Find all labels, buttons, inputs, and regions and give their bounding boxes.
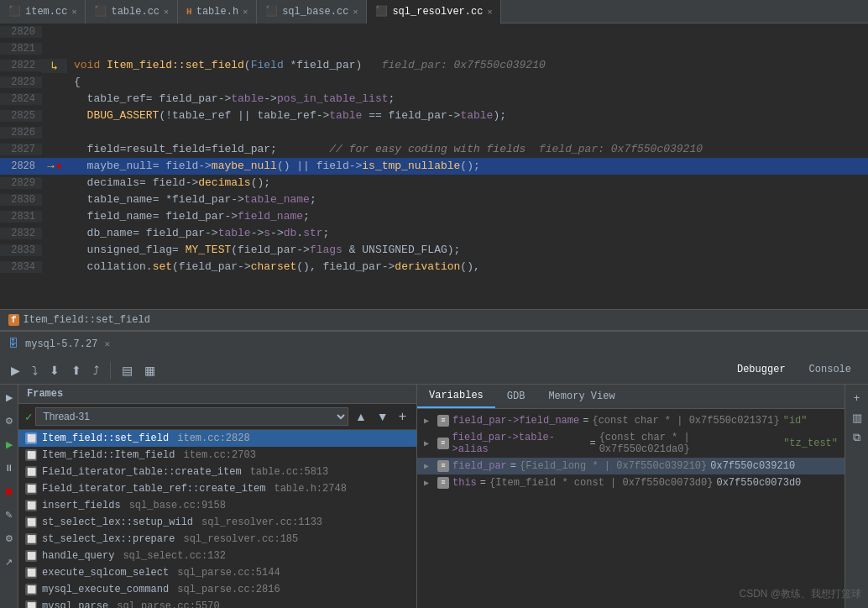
debug-session-close[interactable]: ✕: [104, 338, 110, 349]
tab-debugger[interactable]: Debugger: [727, 360, 796, 380]
frame-list: ⬜ Item_field::set_field item.cc:2828 ⬜ I…: [18, 430, 416, 608]
tab-item-cc[interactable]: ⬛ item.cc ✕: [0, 0, 86, 24]
threads-button[interactable]: ▦: [140, 361, 159, 380]
line-gutter-2822: ↳: [42, 59, 67, 73]
breadcrumb-bar: f Item_field::set_field: [0, 309, 868, 331]
tab-close-sql-resolver-cc[interactable]: ✕: [487, 7, 492, 17]
line-content-2825[interactable]: DBUG_ASSERT(!table_ref || table_ref->tab…: [67, 107, 868, 124]
var-expand-2[interactable]: ▶: [424, 461, 434, 471]
line-content-2832[interactable]: db_name= field_par->table->s->db.str;: [67, 225, 868, 242]
line-num-2820: 2820: [0, 26, 42, 38]
code-line-2829: 2829 decimals= field->decimals();: [0, 175, 868, 191]
tab-close-item-cc[interactable]: ✕: [71, 7, 76, 17]
tab-close-sql-base-cc[interactable]: ✕: [353, 7, 358, 17]
line-content-2834[interactable]: collation.set(field_par->charset(), fiel…: [67, 259, 868, 275]
tab-table-h[interactable]: H table.h ✕: [178, 0, 257, 24]
breadcrumb-icon: f: [8, 314, 19, 326]
stop-side-btn[interactable]: ⏹: [0, 482, 18, 501]
side-btn-copy[interactable]: ⧉: [848, 428, 866, 447]
tab-close-table-h[interactable]: ✕: [243, 7, 248, 17]
line-content-2823[interactable]: {: [67, 74, 868, 91]
frame-item-0[interactable]: ⬜ Item_field::set_field item.cc:2828: [18, 430, 416, 447]
frame-item-10[interactable]: ⬜ mysql_parse sql_parse.cc:5570: [18, 598, 416, 608]
tab-console[interactable]: Console: [799, 360, 861, 380]
tab-sql-resolver-cc[interactable]: ⬛ sql_resolver.cc ✕: [367, 0, 501, 24]
var-type-2: {Field_long * | 0x7f550c039210}: [520, 460, 707, 472]
side-btn-add[interactable]: +: [848, 388, 866, 406]
tab-icon-table-h: H: [186, 7, 192, 17]
line-content-2827[interactable]: field=result_field=field_par; // for eas…: [67, 141, 868, 158]
step-into-button[interactable]: ⬇: [45, 361, 64, 380]
code-line-2828: 2828 → ● maybe_null= field->maybe_null()…: [0, 158, 868, 175]
frame-item-4[interactable]: ⬜ insert_fields sql_base.cc:9158: [18, 497, 416, 514]
frames-panel-header: Frames: [18, 385, 416, 404]
line-num-2832: 2832: [0, 228, 42, 239]
line-content-2830[interactable]: table_name= *field_par->table_name;: [67, 191, 868, 208]
vars-tab-gdb[interactable]: GDB: [495, 385, 537, 407]
var-eq-2: =: [510, 460, 516, 472]
tab-table-cc[interactable]: ⬛ table.cc ✕: [86, 0, 178, 24]
debug-panels: ▶ ⚙ ▶ ⏸ ⏹ ✎ ⚙ ↗ Frames ✓ Thread-31 ▲ ▼ +…: [0, 385, 868, 608]
frame-item-2[interactable]: ⬜ Field_iterator_table::create_item tabl…: [18, 464, 416, 480]
tab-icon-sql-base: ⬛: [265, 5, 278, 18]
line-num-2823: 2823: [0, 76, 42, 88]
debug-session-icon: 🗄: [8, 338, 18, 350]
settings-side-btn[interactable]: ⚙: [0, 529, 18, 548]
code-line-2820: 2820: [0, 24, 868, 40]
breadcrumb-text: Item_field::set_field: [24, 314, 150, 326]
frames-panel: Frames ✓ Thread-31 ▲ ▼ + ⬜ Item_field::s…: [18, 385, 417, 608]
step-over-button[interactable]: ⤵: [28, 361, 42, 380]
line-content-2829[interactable]: decimals= field->decimals();: [67, 175, 868, 191]
tab-sql-base-cc[interactable]: ⬛ sql_base.cc ✕: [257, 0, 367, 24]
frame-item-3[interactable]: ⬜ Field_iterator_table_ref::create_item …: [18, 480, 416, 497]
line-num-2824: 2824: [0, 93, 42, 105]
editor-area: 2820 2821 2822 ↳ void Item_field::set_fi…: [0, 24, 868, 309]
line-content-2828[interactable]: maybe_null= field->maybe_null() || field…: [67, 158, 868, 175]
frame-icon-1: ⬜: [25, 449, 37, 461]
var-type-3: {Item_field * const | 0x7f550c0073d0}: [489, 477, 713, 489]
pause-side-btn[interactable]: ⏸: [0, 459, 18, 477]
thread-up-btn[interactable]: ▲: [352, 408, 370, 425]
debug-toolbar: ▶ ⤵ ⬇ ⬆ ⤴ ▤ ▦ Debugger Console: [0, 356, 868, 385]
debug-session-label: mysql-5.7.27: [25, 338, 97, 350]
line-content-2824[interactable]: table_ref= field_par->table->pos_in_tabl…: [67, 91, 868, 107]
vars-tab-memory[interactable]: Memory View: [536, 385, 626, 407]
arrow-side-btn[interactable]: ↗: [0, 553, 18, 571]
line-num-2825: 2825: [0, 110, 42, 122]
toolbar-side-btn[interactable]: ⚙: [0, 411, 18, 430]
thread-down-btn[interactable]: ▼: [374, 408, 392, 425]
play-side-btn[interactable]: ▶: [0, 435, 18, 453]
frame-item-5[interactable]: ⬜ st_select_lex::setup_wild sql_resolver…: [18, 514, 416, 531]
resume-side-btn[interactable]: ▶: [0, 388, 18, 406]
var-eq-1: =: [589, 438, 595, 449]
frame-file-7: sql_select.cc:132: [123, 550, 225, 562]
tab-close-table-cc[interactable]: ✕: [164, 7, 169, 17]
var-expand-1[interactable]: ▶: [424, 438, 434, 448]
frame-item-1[interactable]: ⬜ Item_field::Item_field item.cc:2703: [18, 447, 416, 464]
watermark: CSDN @教练、我想打篮球: [739, 587, 861, 601]
line-content-2822[interactable]: void Item_field::set_field(Field *field_…: [67, 57, 868, 74]
run-to-cursor-button[interactable]: ⤴: [89, 361, 103, 380]
step-out-button[interactable]: ⬆: [67, 361, 86, 380]
frame-item-8[interactable]: ⬜ execute_sqlcom_select sql_parse.cc:514…: [18, 564, 416, 581]
tab-icon-sql-resolver: ⬛: [375, 5, 388, 18]
edit-side-btn[interactable]: ✎: [0, 506, 18, 524]
thread-selector: ✓ Thread-31 ▲ ▼ +: [18, 404, 416, 430]
line-content-2831[interactable]: field_name= field_par->field_name;: [67, 208, 868, 225]
line-content-2833[interactable]: unsigned_flag= MY_TEST(field_par->flags …: [67, 242, 868, 259]
vars-tab-variables[interactable]: Variables: [417, 385, 495, 408]
frame-item-6[interactable]: ⬜ st_select_lex::prepare sql_resolver.cc…: [18, 531, 416, 548]
frames-button[interactable]: ▤: [118, 361, 137, 380]
frame-item-9[interactable]: ⬜ mysql_execute_command sql_parse.cc:281…: [18, 581, 416, 598]
tab-label-table-h: table.h: [196, 6, 238, 18]
resume-button[interactable]: ▶: [7, 361, 24, 380]
frame-item-7[interactable]: ⬜ handle_query sql_select.cc:132: [18, 548, 416, 564]
thread-add-btn[interactable]: +: [395, 407, 410, 426]
frame-icon-4: ⬜: [25, 500, 37, 511]
debug-dot-2828: ●: [56, 160, 62, 172]
side-btn-filter[interactable]: ▥: [848, 408, 866, 427]
thread-selector-dropdown[interactable]: Thread-31: [35, 407, 348, 426]
frame-file-2: table.cc:5813: [250, 466, 329, 478]
var-expand-3[interactable]: ▶: [424, 478, 434, 488]
var-expand-0[interactable]: ▶: [424, 416, 434, 426]
